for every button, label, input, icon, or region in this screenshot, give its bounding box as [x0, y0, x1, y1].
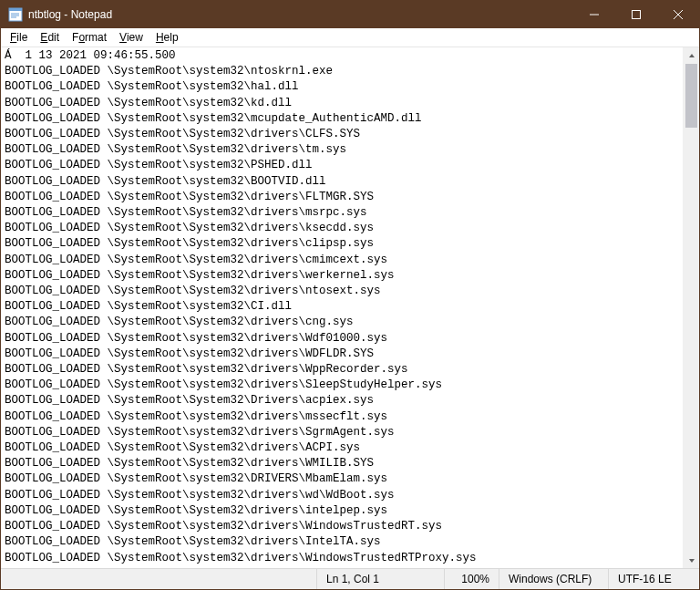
log-line: BOOTLOG_LOADED \SystemRoot\system32\driv…	[5, 551, 679, 566]
log-line: BOOTLOG_LOADED \SystemRoot\System32\driv…	[5, 456, 679, 471]
text-editor[interactable]: Á 1 13 2021 09:46:55.500BOOTLOG_LOADED \…	[1, 47, 683, 568]
menu-file[interactable]: File	[5, 30, 33, 45]
title-bar[interactable]: ntbtlog - Notepad	[1, 1, 699, 28]
log-line: BOOTLOG_LOADED \SystemRoot\System32\driv…	[5, 142, 679, 158]
status-bar: Ln 1, Col 1 100% Windows (CRLF) UTF-16 L…	[1, 568, 699, 589]
log-line: BOOTLOG_LOADED \SystemRoot\system32\driv…	[5, 409, 679, 425]
log-line: BOOTLOG_LOADED \SystemRoot\system32\hal.…	[5, 79, 679, 95]
log-line: BOOTLOG_LOADED \SystemRoot\system32\driv…	[5, 488, 679, 503]
scroll-up-button[interactable]	[684, 47, 699, 63]
log-line: BOOTLOG_LOADED \SystemRoot\system32\driv…	[5, 519, 679, 534]
log-line: BOOTLOG_LOADED \SystemRoot\system32\PSHE…	[5, 158, 679, 173]
log-line: BOOTLOG_LOADED \SystemRoot\System32\driv…	[5, 127, 679, 142]
svg-marker-10	[689, 559, 695, 563]
log-line: BOOTLOG_LOADED \SystemRoot\system32\mcup…	[5, 111, 679, 127]
menu-help-rest: elp	[164, 31, 179, 44]
log-line: BOOTLOG_LOADED \SystemRoot\System32\driv…	[5, 253, 679, 268]
log-line: BOOTLOG_LOADED \SystemRoot\system32\driv…	[5, 425, 679, 440]
notepad-window: ntbtlog - Notepad File Edit Format View …	[0, 0, 700, 590]
notepad-app-icon	[8, 7, 23, 22]
log-line: BOOTLOG_LOADED \SystemRoot\system32\kd.d…	[5, 96, 679, 111]
maximize-button[interactable]	[615, 1, 657, 28]
status-eol: Windows (CRLF)	[499, 569, 608, 589]
log-line: BOOTLOG_LOADED \SystemRoot\System32\driv…	[5, 205, 679, 221]
minimize-button[interactable]	[573, 1, 615, 28]
status-zoom: 100%	[444, 569, 499, 589]
log-line: BOOTLOG_LOADED \SystemRoot\system32\driv…	[5, 347, 679, 362]
scroll-down-button[interactable]	[684, 553, 699, 568]
log-line: BOOTLOG_LOADED \SystemRoot\System32\driv…	[5, 440, 679, 456]
log-line: BOOTLOG_LOADED \SystemRoot\System32\driv…	[5, 503, 679, 519]
window-title: ntbtlog - Notepad	[28, 8, 112, 21]
svg-marker-9	[689, 54, 695, 57]
menu-view-rest: iew	[127, 31, 143, 44]
menu-view-mnemonic: V	[119, 31, 127, 44]
log-line: BOOTLOG_LOADED \SystemRoot\System32\driv…	[5, 315, 679, 330]
log-line: BOOTLOG_LOADED \SystemRoot\System32\driv…	[5, 534, 679, 550]
log-line: BOOTLOG_LOADED \SystemRoot\system32\driv…	[5, 378, 679, 393]
log-line: BOOTLOG_LOADED \SystemRoot\system32\CI.d…	[5, 299, 679, 315]
menu-edit[interactable]: Edit	[35, 30, 65, 45]
log-line: Á 1 13 2021 09:46:55.500	[5, 48, 679, 64]
menu-format[interactable]: Format	[67, 30, 112, 45]
menu-edit-rest: dit	[47, 31, 59, 44]
scroll-thumb[interactable]	[685, 64, 697, 128]
menu-help[interactable]: Help	[150, 30, 184, 45]
editor-wrap: Á 1 13 2021 09:46:55.500BOOTLOG_LOADED \…	[1, 47, 699, 568]
menu-view[interactable]: View	[114, 30, 149, 45]
log-line: BOOTLOG_LOADED \SystemRoot\system32\driv…	[5, 362, 679, 378]
menu-help-mnemonic: H	[156, 31, 164, 44]
svg-rect-1	[9, 8, 22, 11]
menu-bar: File Edit Format View Help	[1, 28, 699, 47]
log-line: BOOTLOG_LOADED \SystemRoot\system32\DRIV…	[5, 471, 679, 487]
status-blank	[1, 569, 316, 589]
vertical-scrollbar[interactable]	[683, 47, 699, 568]
log-line: BOOTLOG_LOADED \SystemRoot\System32\driv…	[5, 268, 679, 284]
status-encoding: UTF-16 LE	[608, 569, 699, 589]
menu-format-rest: rmat	[85, 31, 107, 44]
status-position: Ln 1, Col 1	[316, 569, 444, 589]
svg-rect-6	[633, 11, 641, 19]
log-line: BOOTLOG_LOADED \SystemRoot\system32\driv…	[5, 331, 679, 347]
menu-file-rest: ile	[16, 31, 27, 44]
log-line: BOOTLOG_LOADED \SystemRoot\system32\ntos…	[5, 64, 679, 79]
log-line: BOOTLOG_LOADED \SystemRoot\System32\driv…	[5, 190, 679, 205]
log-line: BOOTLOG_LOADED \SystemRoot\system32\BOOT…	[5, 174, 679, 190]
log-line: BOOTLOG_LOADED \SystemRoot\System32\driv…	[5, 221, 679, 236]
log-line: BOOTLOG_LOADED \SystemRoot\System32\driv…	[5, 236, 679, 252]
log-line: BOOTLOG_LOADED \SystemRoot\System32\Driv…	[5, 393, 679, 409]
log-line: BOOTLOG_LOADED \SystemRoot\System32\driv…	[5, 284, 679, 299]
close-button[interactable]	[657, 1, 699, 28]
